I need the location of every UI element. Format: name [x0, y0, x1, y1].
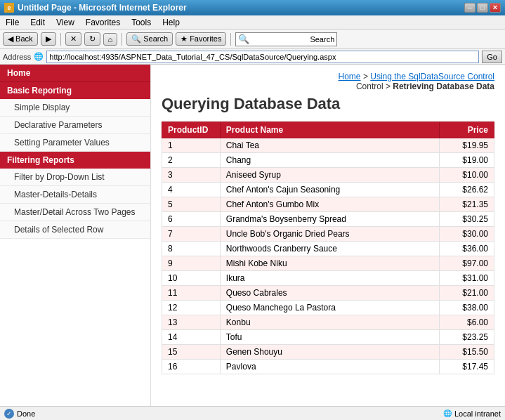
cell-price: $38.00: [439, 301, 494, 315]
status-text: Done: [17, 409, 35, 418]
table-row: 5Chef Anton's Gumbo Mix$21.35: [162, 197, 494, 212]
cell-id: 9: [162, 256, 221, 271]
cell-id: 12: [162, 301, 221, 315]
cell-id: 13: [162, 315, 221, 330]
menu-view[interactable]: View: [53, 17, 77, 28]
favorites-button[interactable]: ★ Favorites: [176, 32, 226, 46]
data-table: ProductID Product Name Price 1Chai Tea$1…: [162, 122, 494, 374]
menu-help[interactable]: Help: [159, 17, 183, 28]
cell-price: $10.00: [439, 168, 494, 183]
go-button[interactable]: Go: [482, 51, 502, 63]
table-row: 1Chai Tea$19.95: [162, 138, 494, 153]
table-row: 2Chang$19.00: [162, 153, 494, 168]
status-bar: ✓ Done 🌐 Local intranet: [0, 406, 505, 420]
search-field[interactable]: 🔍 Search: [235, 32, 337, 46]
table-row: 4Chef Anton's Cajun Seasoning$26.62: [162, 183, 494, 197]
cell-name: Queso Manchego La Pastora: [220, 301, 439, 315]
menu-edit[interactable]: Edit: [27, 17, 48, 28]
sidebar-home[interactable]: Home: [0, 65, 150, 82]
sidebar-section-filtering-reports[interactable]: Filtering Reports: [0, 152, 150, 169]
cell-id: 16: [162, 360, 221, 374]
cell-name: Northwoods Cranberry Sauce: [220, 242, 439, 256]
cell-price: $6.00: [439, 315, 494, 330]
table-row: 3Aniseed Syrup$10.00: [162, 168, 494, 183]
window-controls[interactable]: ─ □ ✕: [464, 3, 501, 13]
cell-name: Chef Anton's Cajun Seasoning: [220, 183, 439, 197]
menu-favorites[interactable]: Favorites: [83, 17, 123, 28]
breadcrumb-home-link[interactable]: Home: [339, 72, 361, 81]
cell-name: Chef Anton's Gumbo Mix: [220, 197, 439, 212]
page-title: Querying Database Data: [162, 95, 494, 113]
cell-price: $15.50: [439, 345, 494, 360]
cell-name: Genen Shouyu: [220, 345, 439, 360]
breadcrumb-current: Retrieving Database Data: [393, 81, 494, 91]
close-button[interactable]: ✕: [490, 3, 501, 13]
cell-price: $19.95: [439, 138, 494, 153]
maximize-button[interactable]: □: [477, 3, 488, 13]
status-icon: ✓: [4, 409, 14, 419]
main-content: Home Basic Reporting Simple Display Decl…: [0, 65, 505, 406]
window-title: Untitled Page - Microsoft Internet Explo…: [18, 3, 187, 13]
sidebar-item-details-selected-row[interactable]: Details of Selected Row: [0, 221, 150, 239]
cell-name: Mishi Kobe Niku: [220, 256, 439, 271]
menu-file[interactable]: File: [3, 17, 22, 28]
table-row: 14Tofu$23.25: [162, 330, 494, 345]
home-button[interactable]: ⌂: [103, 33, 118, 46]
stop-button[interactable]: ✕: [65, 32, 81, 46]
cell-price: $30.25: [439, 212, 494, 227]
refresh-button[interactable]: ↻: [84, 32, 100, 46]
table-row: 8Northwoods Cranberry Sauce$36.00: [162, 242, 494, 256]
cell-price: $31.00: [439, 271, 494, 286]
sidebar-item-declarative-parameters[interactable]: Declarative Parameters: [0, 117, 150, 134]
table-row: 13Konbu$6.00: [162, 315, 494, 330]
cell-price: $21.35: [439, 197, 494, 212]
cell-price: $30.00: [439, 227, 494, 242]
address-icon: 🌐: [34, 52, 44, 61]
zone-text: Local intranet: [454, 409, 501, 418]
sidebar-item-filter-dropdown[interactable]: Filter by Drop-Down List: [0, 169, 150, 186]
cell-id: 15: [162, 345, 221, 360]
cell-id: 2: [162, 153, 221, 168]
cell-id: 14: [162, 330, 221, 345]
page-area: Home > Using the SqlDataSource Control C…: [151, 65, 505, 406]
sidebar-item-simple-display[interactable]: Simple Display: [0, 99, 150, 117]
address-label: Address: [3, 53, 31, 61]
back-button[interactable]: ◀ Back: [3, 32, 38, 46]
cell-name: Chang: [220, 153, 439, 168]
address-input[interactable]: [46, 51, 479, 63]
cell-id: 7: [162, 227, 221, 242]
sidebar-item-master-details[interactable]: Master-Details-Details: [0, 186, 150, 204]
cell-name: Queso Cabrales: [220, 286, 439, 301]
sidebar-section-basic-reporting[interactable]: Basic Reporting: [0, 82, 150, 99]
address-bar: Address 🌐 Go: [0, 49, 505, 65]
cell-name: Aniseed Syrup: [220, 168, 439, 183]
search-icon: 🔍: [238, 34, 249, 44]
minimize-button[interactable]: ─: [464, 3, 476, 13]
cell-id: 10: [162, 271, 221, 286]
breadcrumb-section-link[interactable]: Using the SqlDataSource Control: [370, 72, 494, 81]
cell-name: Uncle Bob's Organic Dried Pears: [220, 227, 439, 242]
cell-price: $23.25: [439, 330, 494, 345]
cell-id: 1: [162, 138, 221, 153]
cell-id: 8: [162, 242, 221, 256]
cell-id: 3: [162, 168, 221, 183]
cell-id: 4: [162, 183, 221, 197]
cell-id: 6: [162, 212, 221, 227]
table-row: 10Ikura$31.00: [162, 271, 494, 286]
sidebar-item-master-detail-two-pages[interactable]: Master/Detail Across Two Pages: [0, 204, 150, 221]
search-button[interactable]: 🔍 Search: [126, 32, 173, 46]
cell-name: Pavlova: [220, 360, 439, 374]
menu-tools[interactable]: Tools: [129, 17, 154, 28]
sidebar-item-setting-parameter-values[interactable]: Setting Parameter Values: [0, 134, 150, 152]
cell-name: Chai Tea: [220, 138, 439, 153]
forward-button[interactable]: ▶: [41, 32, 56, 46]
title-bar: e Untitled Page - Microsoft Internet Exp…: [0, 0, 505, 15]
zone-icon: 🌐: [443, 409, 452, 417]
search-input[interactable]: [251, 35, 308, 44]
breadcrumb: Home > Using the SqlDataSource Control C…: [162, 72, 494, 91]
cell-price: $97.00: [439, 256, 494, 271]
col-header-id: ProductID: [162, 122, 221, 138]
toolbar-separator-1: [60, 33, 61, 46]
toolbar: ◀ Back ▶ ✕ ↻ ⌂ 🔍 Search ★ Favorites 🔍 Se…: [0, 29, 505, 49]
cell-name: Grandma's Boysenberry Spread: [220, 212, 439, 227]
